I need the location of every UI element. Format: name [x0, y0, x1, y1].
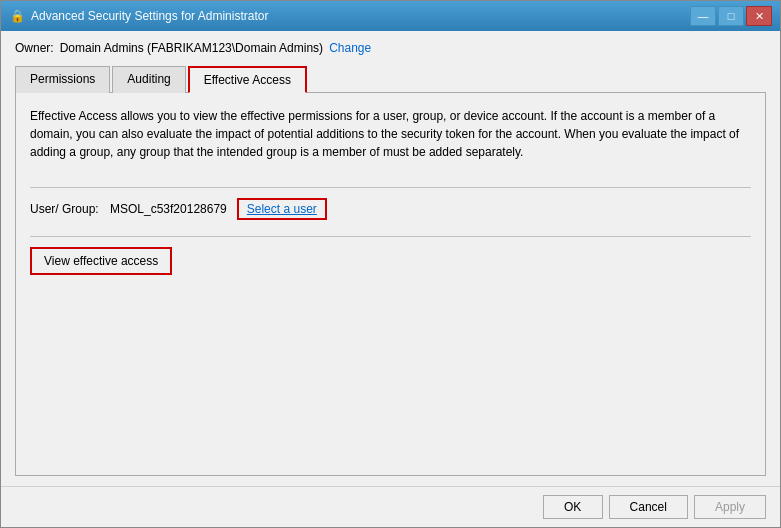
tab-auditing[interactable]: Auditing	[112, 66, 185, 93]
ok-button[interactable]: OK	[543, 495, 603, 519]
owner-label: Owner:	[15, 41, 54, 55]
view-effective-access-button[interactable]: View effective access	[30, 247, 172, 275]
user-group-row: User/ Group: MSOL_c53f20128679 Select a …	[30, 198, 751, 220]
spacer	[30, 275, 751, 461]
user-group-value: MSOL_c53f20128679	[110, 202, 227, 216]
cancel-button[interactable]: Cancel	[609, 495, 688, 519]
footer: OK Cancel Apply	[1, 486, 780, 527]
description-text: Effective Access allows you to view the …	[30, 107, 751, 161]
window-icon: 🔒	[9, 8, 25, 24]
tabs-container: Permissions Auditing Effective Access	[15, 65, 766, 93]
change-owner-link[interactable]: Change	[329, 41, 371, 55]
close-button[interactable]: ✕	[746, 6, 772, 26]
tab-permissions[interactable]: Permissions	[15, 66, 110, 93]
title-bar: 🔒 Advanced Security Settings for Adminis…	[1, 1, 780, 31]
maximize-button[interactable]: □	[718, 6, 744, 26]
owner-row: Owner: Domain Admins (FABRIKAM123\Domain…	[15, 41, 766, 55]
title-bar-left: 🔒 Advanced Security Settings for Adminis…	[9, 8, 268, 24]
divider-2	[30, 236, 751, 237]
window-title: Advanced Security Settings for Administr…	[31, 9, 268, 23]
select-user-button[interactable]: Select a user	[237, 198, 327, 220]
minimize-button[interactable]: —	[690, 6, 716, 26]
window-content: Owner: Domain Admins (FABRIKAM123\Domain…	[1, 31, 780, 486]
title-controls: — □ ✕	[690, 6, 772, 26]
tab-panel-effective-access: Effective Access allows you to view the …	[15, 93, 766, 476]
owner-value: Domain Admins (FABRIKAM123\Domain Admins…	[60, 41, 323, 55]
tab-effective-access[interactable]: Effective Access	[188, 66, 307, 93]
apply-button[interactable]: Apply	[694, 495, 766, 519]
main-window: 🔒 Advanced Security Settings for Adminis…	[0, 0, 781, 528]
user-group-label: User/ Group:	[30, 202, 100, 216]
divider-1	[30, 187, 751, 188]
